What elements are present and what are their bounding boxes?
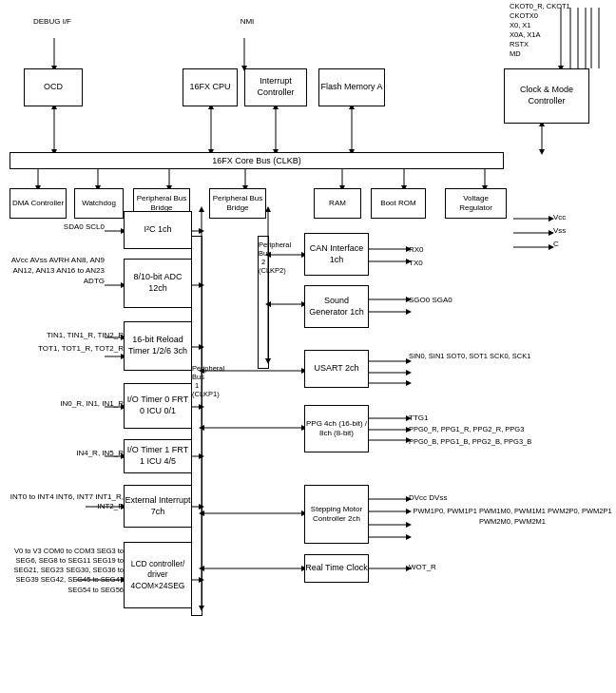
pbus2-label: Peripheral Bus 2 (CLKP2) (259, 241, 268, 364)
v0-label: V0 to V3 COM0 to COM3 SEG3 to SEG6, SEG8… (2, 547, 124, 595)
dvcc-label: DVcc DVss (409, 492, 447, 503)
rstx-label: RSTX (510, 40, 614, 49)
adc-box: 8/10-bit ADC 12ch (124, 259, 192, 308)
pbb2-box: Peripheral Bus Bridge (209, 188, 266, 219)
ckot-label: CKOT0_R, CKOT1 (510, 2, 614, 11)
c-label: C (553, 240, 559, 249)
cpu-box: 16FX CPU (183, 68, 238, 106)
in0-label: IN0_R, IN1, IN1_R (5, 399, 124, 409)
clock-box: Clock & Mode Controller (504, 68, 589, 124)
io-timer0-box: I/O Timer 0 FRT 0 ICU 0/1 (124, 383, 192, 429)
can-box: CAN Interface 1ch (304, 233, 369, 276)
usart-box: USART 2ch (304, 350, 369, 388)
flash-box: Flash Memory A (318, 68, 385, 106)
sda-scl-label: SDA0 SCL0 (36, 222, 105, 232)
timer16-box: 16-bit Reload Timer 1/2/6 3ch (124, 321, 192, 371)
sin-label: SIN0, SIN1 SOT0, SOT1 SCK0, SCK1 (409, 352, 530, 362)
i2c-box: I²C 1ch (124, 211, 192, 249)
x0ax1a-label: X0A, X1A (510, 30, 614, 40)
io-timer1-box: I/O Timer 1 FRT 1 ICU 4/5 (124, 439, 192, 473)
interrupt-box: Interrupt Controller (244, 68, 307, 106)
pbus1-container: Peripheral Bus 1 (CLKP1) (191, 236, 202, 616)
vcc-label: Vcc (553, 213, 566, 222)
ocd-box: OCD (24, 68, 83, 106)
watchdog-box: Watchdog (74, 188, 124, 219)
int0-label: INT0 to INT4 INT6, INT7 INT1_R, INT2_R (3, 492, 124, 512)
x0x1-label: X0, X1 (510, 21, 614, 30)
vss-label: Vss (553, 226, 566, 236)
pbus1-label: Peripheral Bus 1 (CLKP1) (192, 364, 202, 488)
sgo-label: SGO0 SGA0 (409, 295, 452, 305)
pwm-label: PWM1P0, PWM1P1 PWM1M0, PWM1M1 PWM2P0, PW… (409, 507, 616, 527)
ppg0r-label: PPG0_R, PPG1_R, PPG2_R, PPG3 (409, 425, 524, 434)
ppg-box: PPG 4ch (16-bit) / 8ch (8-bit) (304, 405, 369, 452)
ttg1-label: TTG1 (409, 414, 428, 423)
wot-label: WOT_R (409, 563, 436, 572)
stepping-box: Stepping Motor Controller 2ch (304, 485, 369, 544)
dma-box: DMA Controller (10, 188, 67, 219)
nmi-label: NMI (233, 17, 261, 27)
rtc-box: Real Time Clock (304, 554, 369, 583)
ppg0b-label: PPG0_B, PPG1_B, PPG2_B, PPG3_B (409, 437, 531, 447)
tx0-label: TX0 (409, 259, 423, 268)
tin-label: TIN1, TIN1_R, TIN2_R (5, 331, 124, 340)
rx0-label: RX0 (409, 245, 424, 255)
ckotx-label: CKOTX0 (510, 11, 614, 21)
core-bus: 16FX Core Bus (CLKB) (10, 152, 504, 169)
md-label: MD (510, 49, 614, 59)
pbus2-container: Peripheral Bus 2 (CLKP2) (258, 236, 269, 369)
tot-label: TOT1, TOT1_R, TOT2_R (5, 344, 124, 354)
sound-box: Sound Generator 1ch (304, 285, 369, 328)
ram-box: RAM (314, 188, 361, 219)
in4-label: IN4_R, IN5_R (5, 449, 124, 458)
ext-int-box: External Interrupt 7ch (124, 485, 192, 528)
lcd-box: LCD controller/ driver 4COM×24SEG (124, 542, 192, 608)
avcc-label: AVcc AVss AVRH AN8, AN9 AN12, AN13 AN16 … (5, 255, 105, 287)
boot-rom-box: Boot ROM (371, 188, 426, 219)
diagram: DEBUG I/F NMI CKOT0_R, CKOT1 CKOTX0 X0, … (0, 0, 616, 693)
voltage-reg-box: Voltage Regulator (445, 188, 507, 219)
debug-label: DEBUG I/F (24, 17, 81, 27)
